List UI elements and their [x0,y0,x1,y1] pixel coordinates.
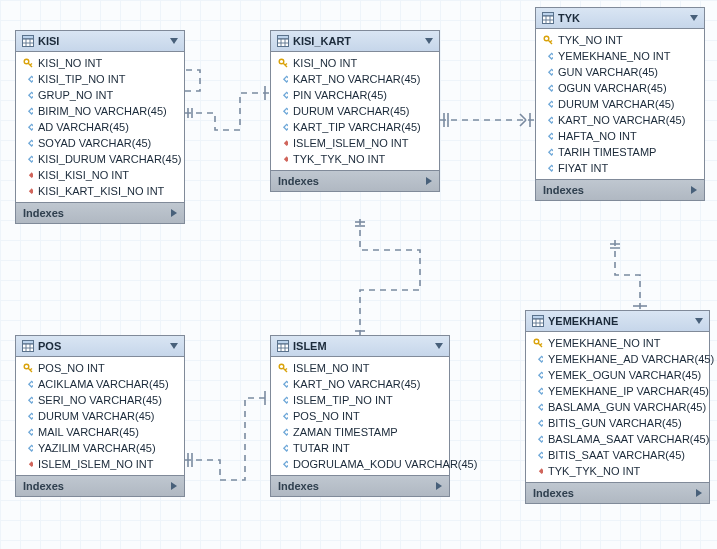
field-label: OGUN VARCHAR(45) [558,82,667,94]
field-row[interactable]: TYK_NO INT [536,32,704,48]
field-row[interactable]: TYK_TYK_NO INT [526,463,709,479]
table-header[interactable]: KISI [16,31,184,52]
field-row[interactable]: ISLEM_ISLEM_NO INT [16,456,184,472]
field-list: YEMEKHANE_NO INTYEMEKHANE_AD VARCHAR(45)… [526,332,709,482]
svg-rect-54 [538,388,542,394]
field-row[interactable]: YEMEKHANE_IP VARCHAR(45) [526,383,709,399]
field-row[interactable]: MAIL VARCHAR(45) [16,424,184,440]
chevron-down-icon[interactable] [170,343,178,349]
chevron-right-icon[interactable] [171,209,177,217]
table-icon [277,35,289,47]
field-row[interactable]: DOGRULAMA_KODU VARCHAR(45) [271,456,449,472]
entity-table-islem[interactable]: ISLEMISLEM_NO INTKART_NO VARCHAR(45)ISLE… [270,335,450,497]
field-row[interactable]: KART_NO VARCHAR(45) [271,376,449,392]
field-row[interactable]: BASLAMA_SAAT VARCHAR(45) [526,431,709,447]
chevron-down-icon[interactable] [435,343,443,349]
field-row[interactable]: YEMEK_OGUN VARCHAR(45) [526,367,709,383]
table-header[interactable]: ISLEM [271,336,449,357]
chevron-down-icon[interactable] [690,15,698,21]
field-label: YEMEK_OGUN VARCHAR(45) [548,369,701,381]
field-row[interactable]: POS_NO INT [271,408,449,424]
field-row[interactable]: TYK_TYK_NO INT [271,151,439,167]
field-row[interactable]: KISI_NO INT [271,55,439,71]
field-row[interactable]: BIRIM_NO VARCHAR(45) [16,103,184,119]
field-row[interactable]: ISLEM_ISLEM_NO INT [271,135,439,151]
field-label: ISLEM_ISLEM_NO INT [293,137,409,149]
table-header[interactable]: POS [16,336,184,357]
entity-table-kisi_kart[interactable]: KISI_KARTKISI_NO INTKART_NO VARCHAR(45)P… [270,30,440,192]
chevron-right-icon[interactable] [691,186,697,194]
field-label: ISLEM_ISLEM_NO INT [38,458,154,470]
indexes-section[interactable]: Indexes [16,202,184,223]
field-row[interactable]: SERI_NO VARCHAR(45) [16,392,184,408]
field-row[interactable]: BASLAMA_GUN VARCHAR(45) [526,399,709,415]
chevron-down-icon[interactable] [695,318,703,324]
field-row[interactable]: KISI_NO INT [16,55,184,71]
chevron-down-icon[interactable] [425,38,433,44]
field-row[interactable]: ACIKLAMA VARCHAR(45) [16,376,184,392]
chevron-right-icon[interactable] [426,177,432,185]
chevron-right-icon[interactable] [436,482,442,490]
chevron-right-icon[interactable] [171,482,177,490]
chevron-right-icon[interactable] [696,489,702,497]
column-icon [278,395,288,405]
table-header[interactable]: TYK [536,8,704,29]
svg-rect-35 [28,397,32,403]
field-row[interactable]: OGUN VARCHAR(45) [536,80,704,96]
field-row[interactable]: YEMEKHANE_AD VARCHAR(45) [526,351,709,367]
field-label: KISI_NO INT [293,57,357,69]
column-icon [278,106,288,116]
entity-table-yemekhane[interactable]: YEMEKHANEYEMEKHANE_NO INTYEMEKHANE_AD VA… [525,310,710,504]
field-row[interactable]: GUN VARCHAR(45) [536,64,704,80]
field-row[interactable]: PIN VARCHAR(45) [271,87,439,103]
field-row[interactable]: DURUM VARCHAR(45) [271,103,439,119]
field-row[interactable]: YEMEKHANE_NO INT [536,48,704,64]
field-row[interactable]: POS_NO INT [16,360,184,376]
field-row[interactable]: DURUM VARCHAR(45) [536,96,704,112]
svg-rect-12 [278,36,289,39]
table-title: KISI_KART [293,35,421,47]
field-row[interactable]: AD VARCHAR(45) [16,119,184,135]
field-row[interactable]: YEMEKHANE_NO INT [526,335,709,351]
field-row[interactable]: ISLEM_NO INT [271,360,449,376]
field-row[interactable]: FIYAT INT [536,160,704,176]
field-row[interactable]: BITIS_SAAT VARCHAR(45) [526,447,709,463]
field-row[interactable]: KISI_TIP_NO INT [16,71,184,87]
column-icon [278,90,288,100]
field-label: ISLEM_TIP_NO INT [293,394,393,406]
indexes-section[interactable]: Indexes [536,179,704,200]
field-row[interactable]: KART_TIP VARCHAR(45) [271,119,439,135]
field-row[interactable]: KART_NO VARCHAR(45) [271,71,439,87]
entity-table-pos[interactable]: POSPOS_NO INTACIKLAMA VARCHAR(45)SERI_NO… [15,335,185,497]
foreign-key-icon [23,459,33,469]
field-row[interactable]: GRUP_NO INT [16,87,184,103]
table-header[interactable]: KISI_KART [271,31,439,52]
field-row[interactable]: BITIS_GUN VARCHAR(45) [526,415,709,431]
field-row[interactable]: SOYAD VARCHAR(45) [16,135,184,151]
field-row[interactable]: HAFTA_NO INT [536,128,704,144]
field-label: TYK_TYK_NO INT [548,465,640,477]
field-label: HAFTA_NO INT [558,130,637,142]
table-header[interactable]: YEMEKHANE [526,311,709,332]
field-row[interactable]: ZAMAN TIMESTAMP [271,424,449,440]
indexes-label: Indexes [23,480,64,492]
indexes-section[interactable]: Indexes [271,475,449,496]
indexes-section[interactable]: Indexes [271,170,439,191]
field-row[interactable]: KART_NO VARCHAR(45) [536,112,704,128]
field-row[interactable]: ISLEM_TIP_NO INT [271,392,449,408]
field-row[interactable]: YAZILIM VARCHAR(45) [16,440,184,456]
field-row[interactable]: DURUM VARCHAR(45) [16,408,184,424]
entity-table-tyk[interactable]: TYKTYK_NO INTYEMEKHANE_NO INTGUN VARCHAR… [535,7,705,201]
chevron-down-icon[interactable] [170,38,178,44]
field-row[interactable]: KISI_DURUM VARCHAR(45) [16,151,184,167]
field-row[interactable]: TUTAR INT [271,440,449,456]
field-row[interactable]: KISI_KISI_NO INT [16,167,184,183]
field-label: KART_NO VARCHAR(45) [293,73,420,85]
field-row[interactable]: KISI_KART_KISI_NO INT [16,183,184,199]
indexes-section[interactable]: Indexes [526,482,709,503]
indexes-section[interactable]: Indexes [16,475,184,496]
entity-table-kisi[interactable]: KISIKISI_NO INTKISI_TIP_NO INTGRUP_NO IN… [15,30,185,224]
field-row[interactable]: TARIH TIMESTAMP [536,144,704,160]
column-icon [533,450,543,460]
field-label: AD VARCHAR(45) [38,121,129,133]
